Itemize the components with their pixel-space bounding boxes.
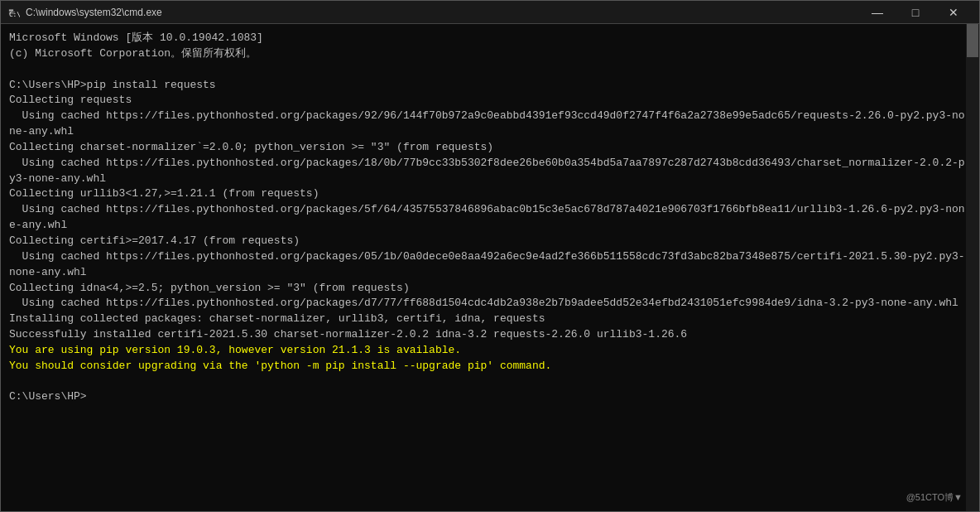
terminal-line: Collecting urllib3<1.27,>=1.21.1 (from r… (9, 187, 319, 200)
window-controls: — □ ✕ (858, 1, 973, 24)
scrollbar-thumb[interactable] (967, 24, 978, 57)
terminal-line: Using cached https://files.pythonhosted.… (9, 203, 965, 231)
close-button[interactable]: ✕ (934, 1, 973, 24)
cmd-window: C:\ C:\windows\system32\cmd.exe — □ ✕ Mi… (0, 0, 980, 512)
terminal-line: Using cached https://files.pythonhosted.… (9, 157, 965, 185)
terminal-line: Using cached https://files.pythonhosted.… (9, 250, 965, 278)
scrollbar[interactable] (966, 24, 979, 511)
cmd-icon: C:\ (7, 6, 21, 19)
terminal-body[interactable]: Microsoft Windows [版本 10.0.19042.1083] (… (1, 24, 979, 511)
terminal-line: Using cached https://files.pythonhosted.… (9, 297, 958, 309)
terminal-line: (c) Microsoft Corporation。保留所有权利。 (9, 47, 257, 60)
maximize-button[interactable]: □ (896, 1, 934, 24)
terminal-line: Installing collected packages: charset-n… (9, 312, 545, 325)
svg-text:C:\: C:\ (9, 11, 20, 18)
terminal-line: Using cached https://files.pythonhosted.… (9, 109, 965, 138)
terminal-line: You should consider upgrading via the 'p… (9, 360, 551, 372)
terminal-line: You are using pip version 19.0.3, howeve… (9, 344, 461, 356)
terminal-content: Microsoft Windows [版本 10.0.19042.1083] (… (9, 31, 971, 437)
terminal-line: Microsoft Windows [版本 10.0.19042.1083] (9, 31, 263, 44)
terminal-line: C:\Users\HP> (9, 390, 87, 403)
window-title: C:\windows\system32\cmd.exe (26, 7, 858, 18)
terminal-line: C:\Users\HP>pip install requests (9, 79, 216, 91)
terminal-line: Successfully installed certifi-2021.5.30… (9, 328, 687, 341)
minimize-button[interactable]: — (858, 1, 896, 24)
terminal-line: Collecting idna<4,>=2.5; python_version … (9, 282, 410, 294)
terminal-line: Collecting requests (9, 94, 132, 106)
title-bar: C:\ C:\windows\system32\cmd.exe — □ ✕ (1, 1, 979, 24)
watermark: @51CTO博▼ (906, 491, 963, 505)
terminal-line: Collecting charset-normalizer`=2.0.0; py… (9, 141, 493, 153)
terminal-line: Collecting certifi>=2017.4.17 (from requ… (9, 234, 300, 247)
